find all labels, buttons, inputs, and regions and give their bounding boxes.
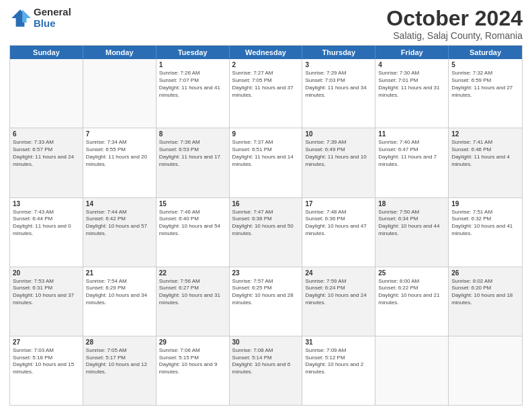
calendar-cell: 20Sunrise: 7:53 AMSunset: 6:31 PMDayligh… [10,267,83,336]
calendar-cell: 12Sunrise: 7:41 AMSunset: 6:46 PMDayligh… [449,128,522,197]
day-number: 1 [159,61,226,68]
calendar-row-4: 20Sunrise: 7:53 AMSunset: 6:31 PMDayligh… [10,267,522,336]
calendar-cell: 6Sunrise: 7:33 AMSunset: 6:57 PMDaylight… [10,128,83,197]
calendar-cell: 10Sunrise: 7:39 AMSunset: 6:49 PMDayligh… [302,128,375,197]
calendar-cell: 9Sunrise: 7:37 AMSunset: 6:51 PMDaylight… [230,128,303,197]
cell-info: Sunrise: 7:48 AMSunset: 6:36 PMDaylight:… [305,209,372,238]
day-number: 20 [13,269,80,277]
day-number: 23 [232,269,300,277]
calendar: SundayMondayTuesdayWednesdayThursdayFrid… [9,45,523,406]
calendar-row-5: 27Sunrise: 7:03 AMSunset: 5:18 PMDayligh… [10,336,522,405]
calendar-cell: 23Sunrise: 7:57 AMSunset: 6:25 PMDayligh… [230,267,303,336]
calendar-cell: 17Sunrise: 7:48 AMSunset: 6:36 PMDayligh… [302,198,375,267]
header: General Blue October 2024 Salatig, Salaj… [9,7,523,41]
svg-marker-1 [22,9,31,22]
calendar-row-3: 13Sunrise: 7:43 AMSunset: 6:44 PMDayligh… [10,197,522,267]
day-of-week-sunday: Sunday [10,46,83,59]
cell-info: Sunrise: 7:47 AMSunset: 6:38 PMDaylight:… [232,209,300,238]
cell-info: Sunrise: 7:51 AMSunset: 6:32 PMDaylight:… [451,209,519,238]
calendar-cell: 16Sunrise: 7:47 AMSunset: 6:38 PMDayligh… [230,198,303,267]
calendar-cell: 1Sunrise: 7:26 AMSunset: 7:07 PMDaylight… [157,59,230,128]
cell-info: Sunrise: 7:33 AMSunset: 6:57 PMDaylight:… [13,139,80,168]
calendar-header: SundayMondayTuesdayWednesdayThursdayFrid… [10,46,522,59]
day-number: 18 [378,200,445,208]
calendar-cell: 29Sunrise: 7:06 AMSunset: 5:15 PMDayligh… [157,336,230,405]
day-of-week-thursday: Thursday [302,46,375,59]
calendar-cell [375,336,449,405]
logo-icon [9,7,31,29]
cell-info: Sunrise: 7:29 AMSunset: 7:03 PMDaylight:… [305,70,372,99]
day-number: 28 [86,338,153,346]
cell-info: Sunrise: 7:54 AMSunset: 6:29 PMDaylight:… [86,278,153,307]
calendar-cell [10,59,83,128]
cell-info: Sunrise: 7:34 AMSunset: 6:55 PMDaylight:… [86,139,153,168]
day-number: 19 [451,200,519,208]
day-number: 9 [232,130,300,138]
cell-info: Sunrise: 7:30 AMSunset: 7:01 PMDaylight:… [378,70,445,99]
calendar-cell: 7Sunrise: 7:34 AMSunset: 6:55 PMDaylight… [83,128,157,197]
cell-info: Sunrise: 7:06 AMSunset: 5:15 PMDaylight:… [159,347,226,376]
calendar-cell [449,336,522,405]
cell-info: Sunrise: 8:00 AMSunset: 6:22 PMDaylight:… [378,278,445,307]
calendar-cell: 22Sunrise: 7:56 AMSunset: 6:27 PMDayligh… [157,267,230,336]
calendar-row-2: 6Sunrise: 7:33 AMSunset: 6:57 PMDaylight… [10,128,522,197]
calendar-body: 1Sunrise: 7:26 AMSunset: 7:07 PMDaylight… [10,59,522,405]
cell-info: Sunrise: 7:27 AMSunset: 7:05 PMDaylight:… [232,70,300,99]
calendar-cell [83,59,157,128]
logo: General Blue [9,7,71,29]
day-number: 30 [232,338,300,346]
calendar-cell: 4Sunrise: 7:30 AMSunset: 7:01 PMDaylight… [375,59,449,128]
day-number: 2 [232,61,300,68]
day-number: 25 [378,269,445,277]
calendar-row-1: 1Sunrise: 7:26 AMSunset: 7:07 PMDaylight… [10,59,522,128]
cell-info: Sunrise: 7:44 AMSunset: 6:42 PMDaylight:… [86,209,153,238]
day-number: 27 [13,338,80,346]
logo-blue-text: Blue [34,18,71,30]
title-block: October 2024 Salatig, Salaj County, Roma… [386,7,523,41]
day-number: 29 [159,338,226,346]
calendar-cell: 18Sunrise: 7:50 AMSunset: 6:34 PMDayligh… [375,198,449,267]
calendar-cell: 3Sunrise: 7:29 AMSunset: 7:03 PMDaylight… [302,59,375,128]
day-number: 14 [86,200,153,208]
location: Salatig, Salaj County, Romania [386,30,523,41]
day-number: 12 [451,130,519,138]
day-number: 21 [86,269,153,277]
day-number: 4 [378,61,445,68]
day-of-week-friday: Friday [375,46,449,59]
calendar-cell: 31Sunrise: 7:09 AMSunset: 5:12 PMDayligh… [302,336,375,405]
day-number: 22 [159,269,226,277]
day-number: 31 [305,338,372,346]
day-number: 13 [13,200,80,208]
cell-info: Sunrise: 7:09 AMSunset: 5:12 PMDaylight:… [305,347,372,376]
calendar-cell: 21Sunrise: 7:54 AMSunset: 6:29 PMDayligh… [83,267,157,336]
cell-info: Sunrise: 7:03 AMSunset: 5:18 PMDaylight:… [13,347,80,376]
cell-info: Sunrise: 7:46 AMSunset: 6:40 PMDaylight:… [159,209,226,238]
calendar-cell: 28Sunrise: 7:05 AMSunset: 5:17 PMDayligh… [83,336,157,405]
cell-info: Sunrise: 7:56 AMSunset: 6:27 PMDaylight:… [159,278,226,307]
cell-info: Sunrise: 7:43 AMSunset: 6:44 PMDaylight:… [13,209,80,238]
calendar-cell: 24Sunrise: 7:59 AMSunset: 6:24 PMDayligh… [302,267,375,336]
day-of-week-tuesday: Tuesday [157,46,230,59]
cell-info: Sunrise: 7:40 AMSunset: 6:47 PMDaylight:… [378,139,445,168]
calendar-cell: 15Sunrise: 7:46 AMSunset: 6:40 PMDayligh… [157,198,230,267]
day-number: 15 [159,200,226,208]
day-number: 8 [159,130,226,138]
day-number: 5 [451,61,519,68]
cell-info: Sunrise: 7:59 AMSunset: 6:24 PMDaylight:… [305,278,372,307]
day-number: 24 [305,269,372,277]
day-number: 17 [305,200,372,208]
calendar-cell: 8Sunrise: 7:36 AMSunset: 6:53 PMDaylight… [157,128,230,197]
day-number: 26 [451,269,519,277]
day-number: 3 [305,61,372,68]
day-of-week-saturday: Saturday [449,46,522,59]
cell-info: Sunrise: 7:41 AMSunset: 6:46 PMDaylight:… [451,139,519,168]
calendar-cell: 14Sunrise: 7:44 AMSunset: 6:42 PMDayligh… [83,198,157,267]
calendar-cell: 2Sunrise: 7:27 AMSunset: 7:05 PMDaylight… [230,59,303,128]
logo-text: General Blue [34,7,71,29]
cell-info: Sunrise: 7:57 AMSunset: 6:25 PMDaylight:… [232,278,300,307]
cell-info: Sunrise: 7:36 AMSunset: 6:53 PMDaylight:… [159,139,226,168]
calendar-cell: 25Sunrise: 8:00 AMSunset: 6:22 PMDayligh… [375,267,449,336]
calendar-cell: 5Sunrise: 7:32 AMSunset: 6:59 PMDaylight… [449,59,522,128]
calendar-cell: 30Sunrise: 7:08 AMSunset: 5:14 PMDayligh… [230,336,303,405]
cell-info: Sunrise: 7:50 AMSunset: 6:34 PMDaylight:… [378,209,445,238]
